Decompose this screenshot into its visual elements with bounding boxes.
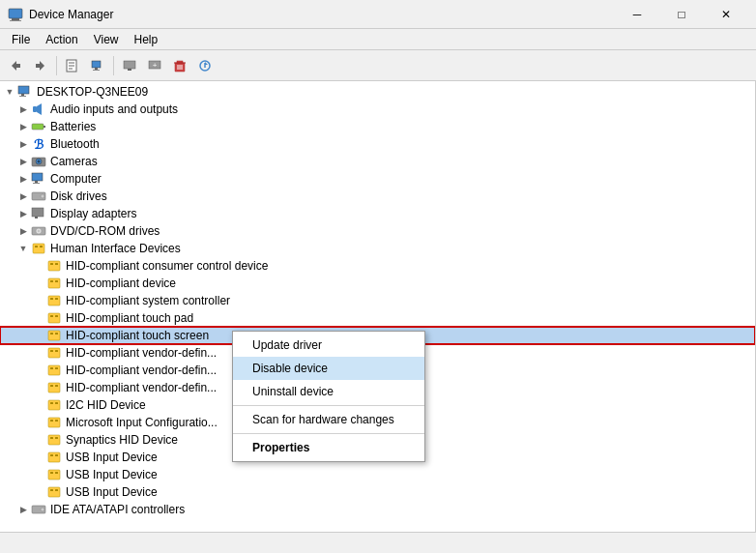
svg-rect-58 xyxy=(50,298,53,300)
expand-hid-touchpad-icon xyxy=(31,313,46,323)
expand-display-icon: ▶ xyxy=(15,209,31,218)
expand-bluetooth-icon: ▶ xyxy=(15,139,31,149)
svg-rect-4 xyxy=(16,64,20,68)
svg-rect-66 xyxy=(48,348,60,358)
context-menu-uninstall-device[interactable]: Uninstall device xyxy=(233,380,424,403)
tree-item-hid-consumer[interactable]: HID-compliant consumer control device xyxy=(0,257,755,275)
context-menu-disable-device[interactable]: Disable device xyxy=(233,357,424,380)
svg-rect-11 xyxy=(92,61,101,68)
svg-rect-33 xyxy=(44,126,45,128)
svg-rect-28 xyxy=(21,94,24,96)
window-title: Device Manager xyxy=(29,8,113,21)
tree-item-hid-system[interactable]: HID-compliant system controller xyxy=(0,292,755,309)
svg-rect-49 xyxy=(35,246,38,247)
svg-rect-54 xyxy=(48,278,60,288)
tree-item-usb2[interactable]: USB Input Device xyxy=(0,466,755,483)
menu-action[interactable]: Action xyxy=(38,31,85,47)
context-menu-scan[interactable]: Scan for hardware changes xyxy=(233,408,424,431)
add-button[interactable]: + xyxy=(143,54,166,77)
remove-button[interactable] xyxy=(168,54,191,77)
tree-item-cameras[interactable]: ▶ Cameras xyxy=(0,153,755,170)
scan-button[interactable] xyxy=(86,54,109,77)
display-button[interactable] xyxy=(118,54,141,77)
audio-icon xyxy=(31,102,46,117)
forward-button[interactable] xyxy=(29,54,52,77)
svg-rect-40 xyxy=(33,183,40,184)
svg-rect-83 xyxy=(55,437,58,439)
svg-rect-48 xyxy=(33,244,44,253)
expand-dvd-icon: ▶ xyxy=(15,226,31,236)
context-menu-update-driver[interactable]: Update driver xyxy=(233,334,424,357)
tree-item-batteries[interactable]: ▶ Batteries xyxy=(0,118,755,135)
svg-rect-90 xyxy=(48,487,60,497)
svg-rect-44 xyxy=(35,217,38,218)
minimize-button[interactable]: ─ xyxy=(615,4,659,25)
cameras-icon xyxy=(31,154,46,169)
expand-hid-vendor2-icon xyxy=(31,365,46,375)
tree-item-audio[interactable]: ▶ Audio inputs and outputs xyxy=(0,101,755,118)
expand-ide-icon: ▶ xyxy=(15,505,31,514)
menu-view[interactable]: View xyxy=(86,31,127,47)
svg-marker-3 xyxy=(12,61,16,71)
toolbar: + xyxy=(0,50,756,81)
hid-device-label: HID-compliant device xyxy=(66,276,176,290)
context-menu-sep2 xyxy=(233,433,424,434)
cameras-label: Cameras xyxy=(50,155,98,168)
svg-rect-80 xyxy=(55,420,58,422)
tree-item-hid-device[interactable]: HID-compliant device xyxy=(0,275,755,292)
tree-root[interactable]: ▼ DESKTOP-Q3NEE09 xyxy=(0,83,755,101)
tree-item-computer[interactable]: ▶ Computer xyxy=(0,170,755,188)
expand-batteries-icon: ▶ xyxy=(15,122,31,131)
maximize-button[interactable]: □ xyxy=(659,4,704,25)
svg-point-94 xyxy=(41,508,44,511)
svg-rect-78 xyxy=(48,418,60,427)
hid-vendor2-icon xyxy=(46,363,62,378)
expand-hid-icon: ▼ xyxy=(15,244,31,253)
svg-rect-6 xyxy=(36,64,40,68)
close-button[interactable]: ✕ xyxy=(704,4,748,25)
i2c-icon xyxy=(46,397,62,413)
context-menu-sep1 xyxy=(233,405,424,406)
properties-button[interactable] xyxy=(61,54,84,77)
expand-usb3-icon xyxy=(31,487,46,497)
expand-hid-touchscreen-icon xyxy=(31,331,46,340)
usb2-label: USB Input Device xyxy=(66,468,158,481)
ide-label: IDE ATA/ATAPI controllers xyxy=(50,503,185,516)
tree-item-hid-touchpad[interactable]: HID-compliant touch pad xyxy=(0,309,755,327)
svg-rect-30 xyxy=(33,106,37,112)
svg-rect-53 xyxy=(55,263,58,265)
menu-file[interactable]: File xyxy=(4,31,38,47)
svg-rect-14 xyxy=(124,61,135,69)
tree-item-disk[interactable]: ▶ Disk drives xyxy=(0,188,755,205)
svg-rect-87 xyxy=(48,470,60,480)
svg-rect-68 xyxy=(55,350,58,352)
hid-touchpad-icon xyxy=(46,310,62,326)
hid-touchscreen-label: HID-compliant touch screen xyxy=(66,329,209,342)
tree-item-hid[interactable]: ▼ Human Interface Devices xyxy=(0,240,755,257)
svg-rect-63 xyxy=(48,331,60,340)
svg-rect-85 xyxy=(50,454,53,456)
update-button[interactable] xyxy=(193,54,217,77)
usb1-icon xyxy=(46,450,62,465)
tree-item-dvd[interactable]: ▶ DVD/CD-ROM drives xyxy=(0,222,755,240)
svg-rect-65 xyxy=(55,333,58,335)
window-controls: ─ □ ✕ xyxy=(615,4,748,25)
svg-rect-92 xyxy=(55,489,58,491)
menu-help[interactable]: Help xyxy=(127,31,166,47)
back-button[interactable] xyxy=(4,54,27,77)
expand-hid-consumer-icon xyxy=(31,261,46,271)
tree-item-ide[interactable]: ▶ IDE ATA/ATAPI controllers xyxy=(0,501,755,518)
svg-rect-39 xyxy=(35,181,38,183)
tree-item-bluetooth[interactable]: ▶ ℬ Bluetooth xyxy=(0,135,755,153)
context-menu-properties[interactable]: Properties xyxy=(233,436,424,459)
tree-item-usb3[interactable]: USB Input Device xyxy=(0,483,755,501)
svg-rect-38 xyxy=(32,173,43,181)
svg-rect-82 xyxy=(50,437,53,439)
hid-vendor3-icon xyxy=(46,380,62,395)
status-bar xyxy=(0,532,756,553)
svg-rect-91 xyxy=(50,489,53,491)
expand-cameras-icon: ▶ xyxy=(15,157,31,166)
svg-rect-74 xyxy=(55,385,58,387)
device-tree[interactable]: ▼ DESKTOP-Q3NEE09 ▶ Audio inputs and out… xyxy=(0,81,756,532)
tree-item-display[interactable]: ▶ Display adapters xyxy=(0,205,755,222)
